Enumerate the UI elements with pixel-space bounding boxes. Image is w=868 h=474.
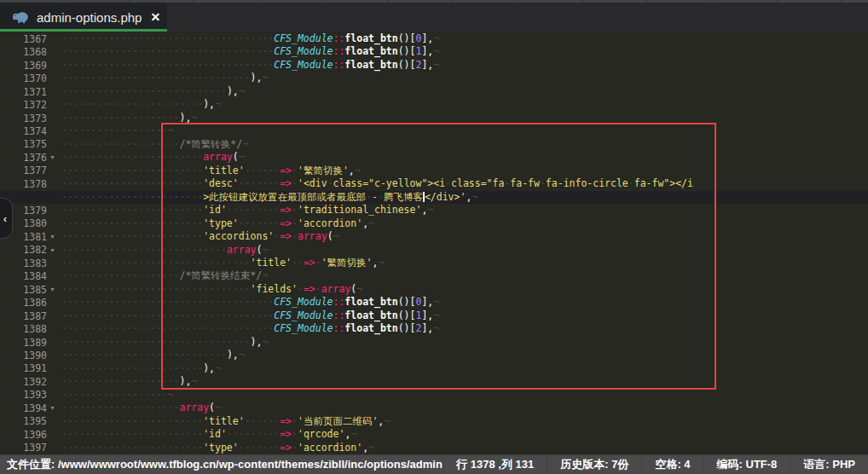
code-token: , bbox=[349, 165, 355, 176]
code-text[interactable]: ····································CFS_… bbox=[58, 296, 439, 309]
code-text[interactable]: ························'title'······=>·… bbox=[58, 165, 361, 177]
code-text[interactable]: ····················array(¬ bbox=[58, 402, 221, 414]
code-text[interactable]: ····················),¬ bbox=[58, 375, 197, 388]
code-text[interactable]: ································),¬ bbox=[58, 336, 268, 349]
code-token: ), bbox=[179, 112, 191, 124]
close-icon[interactable]: ✕ bbox=[150, 11, 160, 23]
whitespace-dots: ···························· bbox=[61, 85, 227, 97]
eol-marker: ¬ bbox=[378, 257, 384, 269]
code-token: array bbox=[227, 244, 257, 256]
code-text[interactable]: ··················¬ bbox=[58, 124, 174, 137]
code-text[interactable]: ························),¬ bbox=[58, 362, 221, 375]
sidebar-collapse-handle[interactable]: ‹ bbox=[0, 198, 13, 239]
history-versions[interactable]: 历史版本: 7份 bbox=[547, 455, 641, 474]
gutter: 1389 bbox=[0, 336, 58, 349]
line-number: 1380 bbox=[23, 217, 47, 229]
cursor-position[interactable]: 行 1378 ,列 131 bbox=[443, 455, 547, 474]
code-text[interactable]: ····························),¬ bbox=[58, 349, 245, 361]
code-text[interactable]: ··················¬ bbox=[58, 389, 174, 402]
gutter: 1386 bbox=[0, 296, 58, 309]
code-line: ························>此按钮建议放置在最顶部或者最底… bbox=[0, 191, 868, 204]
line-number: 1376 bbox=[23, 152, 47, 164]
eol-marker: ¬ bbox=[356, 283, 362, 295]
code-text[interactable]: ····································CFS_… bbox=[58, 309, 439, 322]
code-text[interactable]: ························'id'·········=>·… bbox=[58, 428, 356, 441]
whitespace-dots: ································ bbox=[61, 336, 251, 348]
whitespace-dots: · bbox=[298, 283, 304, 295]
whitespace-dots: ························ bbox=[61, 191, 203, 203]
whitespace-dots: ···························· bbox=[61, 244, 227, 256]
whitespace-dots: ························ bbox=[61, 428, 203, 440]
fold-arrow-icon[interactable]: ▾ bbox=[47, 283, 58, 296]
code-token: 'accordion' bbox=[298, 217, 362, 229]
code-line: 1382▾····························array(¬ bbox=[0, 244, 868, 257]
code-token: :: bbox=[333, 296, 345, 308]
whitespace-dots: · bbox=[292, 230, 298, 242]
line-number: 1387 bbox=[23, 310, 47, 322]
code-line: 1381▾························'accordions… bbox=[0, 230, 868, 243]
code-line: 1391························),¬ bbox=[0, 362, 868, 375]
code-text[interactable]: ····················/*简繁转换结束*/¬ bbox=[58, 269, 268, 282]
code-text[interactable]: ························array(¬ bbox=[58, 151, 245, 164]
code-token: :: bbox=[333, 45, 345, 57]
whitespace-dots: ································ bbox=[61, 283, 251, 295]
eol-marker: ¬ bbox=[239, 349, 245, 361]
code-text[interactable]: ····························),¬ bbox=[58, 85, 245, 98]
line-number: 1382 bbox=[23, 244, 47, 256]
whitespace-dots: ························ bbox=[61, 442, 203, 454]
code-text[interactable]: ····················),¬ bbox=[58, 112, 197, 124]
code-token: ()[ bbox=[398, 322, 416, 334]
line-number: 1374 bbox=[23, 125, 47, 137]
code-token: class="fa bbox=[451, 177, 504, 189]
code-text[interactable]: ································'fields'… bbox=[58, 283, 362, 296]
code-token: 'qrcode' bbox=[298, 428, 344, 440]
eol-marker: ¬ bbox=[433, 59, 439, 71]
file-location-label: 文件位置: bbox=[7, 458, 55, 471]
fold-arrow-icon[interactable]: ▾ bbox=[47, 151, 58, 164]
code-line: 1389································),¬ bbox=[0, 336, 868, 349]
code-text[interactable]: ························'desc'·······=>·… bbox=[58, 177, 693, 190]
code-editor[interactable]: 1367····································… bbox=[0, 32, 868, 454]
whitespace-dots: ························ bbox=[61, 165, 203, 176]
code-token: array bbox=[179, 402, 209, 413]
code-text[interactable]: ························),¬ bbox=[58, 98, 221, 111]
file-encoding[interactable]: 编码: UTF-8 bbox=[703, 455, 790, 474]
code-text[interactable]: ························'title'······=>·… bbox=[58, 415, 390, 428]
code-line: 1386····································… bbox=[0, 296, 868, 309]
fold-arrow-icon[interactable]: ▾ bbox=[47, 402, 58, 414]
file-language[interactable]: 语言: PHP bbox=[790, 455, 868, 474]
line-number: 1369 bbox=[23, 60, 47, 72]
code-line: 1387····································… bbox=[0, 309, 868, 322]
code-text[interactable]: ····································CFS_… bbox=[58, 322, 439, 335]
code-text[interactable]: ························'id'·········=>·… bbox=[58, 204, 433, 217]
code-text[interactable]: ························'type'·······=>·… bbox=[58, 442, 374, 454]
code-text[interactable]: ························>此按钮建议放置在最顶部或者最底… bbox=[58, 191, 477, 204]
code-text[interactable]: ································),¬ bbox=[58, 72, 268, 84]
code-token: </div>' bbox=[425, 191, 466, 203]
eol-marker: ¬ bbox=[168, 389, 174, 401]
whitespace-dots: ···················· bbox=[61, 269, 179, 281]
fold-arrow-icon[interactable]: ▾ bbox=[47, 244, 58, 257]
code-line: 1371····························),¬ bbox=[0, 85, 868, 98]
whitespace-dots: ···························· bbox=[61, 349, 227, 361]
code-text[interactable]: ····································CFS_… bbox=[58, 59, 439, 72]
eol-marker: ¬ bbox=[215, 98, 221, 110]
code-text[interactable]: ····················/*简繁转换*/¬ bbox=[58, 138, 248, 151]
php-elephant-icon bbox=[12, 11, 29, 24]
code-text[interactable]: ····································CFS_… bbox=[58, 45, 439, 58]
gutter: 1370 bbox=[0, 72, 58, 84]
gutter: 1394▾ bbox=[0, 402, 58, 414]
code-text[interactable]: ························'accordions'·=>·… bbox=[58, 230, 339, 243]
file-tab[interactable]: admin-options.php ✕ bbox=[0, 3, 167, 32]
code-token: fa-info-circle bbox=[546, 177, 628, 189]
fold-arrow-icon[interactable]: ▾ bbox=[47, 230, 58, 243]
code-text[interactable]: ························'type'·······=>·… bbox=[58, 217, 374, 230]
indent-spaces[interactable]: 空格: 4 bbox=[641, 455, 703, 474]
code-text[interactable]: ····························array(¬ bbox=[58, 244, 268, 257]
eol-marker: ¬ bbox=[433, 309, 439, 321]
gutter: 1372 bbox=[0, 98, 58, 111]
code-text[interactable]: ····································CFS_… bbox=[58, 32, 439, 45]
code-text[interactable]: ································'title'·… bbox=[58, 257, 384, 269]
line-number: 1396 bbox=[23, 429, 47, 441]
eol-marker: ¬ bbox=[191, 112, 197, 124]
